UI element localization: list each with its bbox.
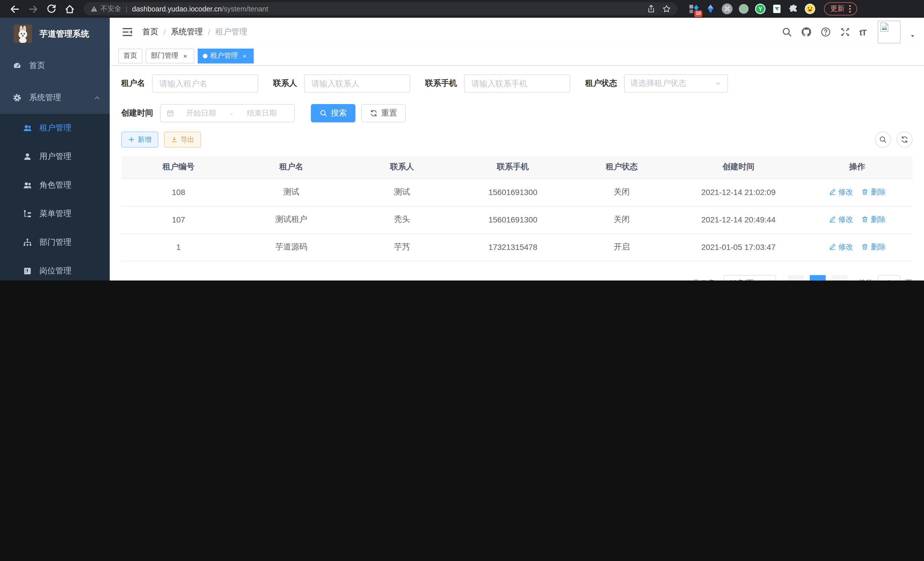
sidebar-item[interactable]: 岗位管理 [0, 257, 110, 281]
address-bar[interactable]: 不安全 dashboard.yudao.iocoder.cn/system/te… [83, 2, 678, 15]
reset-button[interactable]: 重置 [361, 104, 406, 122]
svg-text:Y: Y [758, 6, 762, 12]
gear-icon [13, 93, 22, 102]
sidebar-item[interactable]: 部门管理 [0, 228, 110, 257]
date-range-picker[interactable]: 开始日期 - 结束日期 [160, 104, 295, 122]
toggle-search-button[interactable] [875, 132, 891, 147]
sidebar-item[interactable]: 首页 [0, 50, 110, 82]
tab-dept-management[interactable]: 部门管理× [146, 48, 194, 63]
next-page-button[interactable] [831, 275, 848, 281]
column-header: 创建时间 [675, 156, 802, 178]
main-area: 首页 / 系统管理 / 租户管理 tT 首页部门管理×租户管理× [110, 18, 924, 281]
contact-name-input[interactable] [304, 74, 410, 93]
cell-id: 1 [121, 233, 236, 261]
extension-command-icon[interactable]: ⌘ [722, 3, 733, 14]
extension-chat-icon[interactable] [771, 3, 782, 14]
tab-home[interactable]: 首页 [118, 48, 142, 63]
profile-avatar-icon[interactable] [805, 3, 815, 14]
cell-created: 2021-12-14 20:49:44 [675, 206, 802, 233]
breadcrumb-home[interactable]: 首页 [142, 27, 158, 37]
user-avatar[interactable] [878, 21, 901, 44]
font-size-icon[interactable]: tT [860, 28, 866, 36]
sidebar-item[interactable]: 菜单管理 [0, 200, 110, 228]
chrome-update-button[interactable]: 更新 [824, 2, 857, 15]
browser-back-icon[interactable] [10, 4, 20, 14]
cell-actions: 修改删除 [802, 206, 913, 233]
field-label: 联系人 [273, 78, 297, 89]
close-icon[interactable]: × [181, 52, 189, 60]
extension-blocks-icon[interactable]: 10 [688, 3, 699, 14]
fullscreen-icon[interactable] [840, 27, 850, 37]
cell-created: 2021-12-14 21:02:09 [675, 178, 802, 206]
search-button[interactable]: 搜索 [311, 104, 356, 122]
breadcrumb-system[interactable]: 系统管理 [171, 27, 203, 37]
github-icon[interactable] [801, 27, 812, 37]
app-title: 芋道管理系统 [39, 28, 89, 39]
share-icon[interactable] [647, 5, 656, 13]
sidebar-item[interactable]: 角色管理 [0, 171, 110, 200]
filter-row-2: 创建时间 开始日期 - 结束日期 搜索 重置 [121, 104, 913, 122]
breadcrumb-separator: / [164, 27, 166, 37]
filter-contact-name: 联系人 [273, 74, 410, 93]
extension-record-icon[interactable] [738, 3, 749, 14]
goto-page-input[interactable] [878, 275, 901, 281]
collapse-sidebar-icon[interactable] [122, 26, 133, 38]
close-icon[interactable]: × [241, 52, 249, 60]
browser-home-icon[interactable] [64, 4, 75, 14]
prev-page-button[interactable] [788, 275, 804, 281]
delete-link[interactable]: 删除 [861, 214, 886, 225]
url-text[interactable]: dashboard.yudao.iocoder.cn/system/tenant [132, 5, 640, 13]
active-tab-dot [203, 53, 207, 58]
breadcrumb-separator: / [208, 27, 210, 37]
edit-link[interactable]: 修改 [829, 214, 853, 225]
refresh-table-button[interactable] [897, 132, 913, 147]
breadcrumb-current: 租户管理 [215, 27, 248, 37]
help-icon[interactable] [820, 27, 831, 37]
table-row: 1芋道源码芋艿17321315478开启2021-01-05 17:03:47修… [121, 233, 913, 261]
chevron-down-icon [715, 80, 722, 87]
browser-forward-icon[interactable] [28, 4, 38, 14]
breadcrumb: 首页 / 系统管理 / 租户管理 [142, 27, 248, 37]
cell-name: 测试 [236, 178, 347, 206]
delete-link[interactable]: 删除 [861, 242, 886, 252]
column-header: 租户编号 [121, 156, 236, 178]
sidebar-item[interactable]: 系统管理 [0, 82, 110, 114]
delete-link[interactable]: 删除 [861, 187, 886, 197]
extension-kite-icon[interactable] [705, 3, 716, 14]
avatar-dropdown-caret-icon[interactable] [910, 33, 915, 39]
menu-dots-icon [849, 5, 851, 13]
edit-icon [829, 216, 836, 223]
extension-y-icon[interactable]: Y [755, 3, 766, 14]
contact-mobile-input[interactable] [464, 74, 570, 93]
filter-contact-mobile: 联系手机 [425, 74, 570, 93]
search-icon[interactable] [782, 27, 792, 37]
edit-link[interactable]: 修改 [829, 187, 853, 197]
field-label: 创建时间 [121, 108, 153, 118]
select-placeholder: 请选择租户状态 [630, 78, 686, 89]
extension-badge: 10 [694, 10, 702, 17]
column-header: 联系人 [346, 156, 458, 178]
page-1-button[interactable]: 1 [810, 275, 826, 281]
trash-icon [861, 188, 868, 196]
add-button[interactable]: 新增 [121, 132, 158, 147]
tenant-name-input[interactable] [152, 74, 258, 93]
cell-actions: 修改删除 [802, 178, 913, 206]
field-label: 租户状态 [585, 78, 617, 89]
tab-tenant-management[interactable]: 租户管理× [198, 48, 254, 63]
tenant-status-select[interactable]: 请选择租户状态 [624, 74, 728, 93]
extensions-row: 10 ⌘ Y [686, 3, 818, 14]
filter-create-time: 创建时间 开始日期 - 结束日期 [121, 104, 295, 122]
edit-link[interactable]: 修改 [829, 242, 853, 252]
security-chip[interactable]: 不安全 [90, 4, 121, 14]
plus-icon [128, 136, 135, 143]
sidebar-item[interactable]: 租户管理 [0, 114, 110, 142]
trash-icon [861, 243, 868, 251]
bookmark-star-icon[interactable] [662, 5, 671, 13]
sidebar-logo[interactable]: 芋道管理系统 [0, 18, 110, 50]
column-header: 租户名 [236, 156, 347, 178]
sidebar-item[interactable]: 用户管理 [0, 142, 110, 171]
page-size-select[interactable]: 10条/页 [723, 275, 776, 281]
export-button[interactable]: 导出 [164, 132, 201, 147]
extensions-puzzle-icon[interactable] [788, 3, 799, 14]
browser-reload-icon[interactable] [46, 4, 57, 14]
